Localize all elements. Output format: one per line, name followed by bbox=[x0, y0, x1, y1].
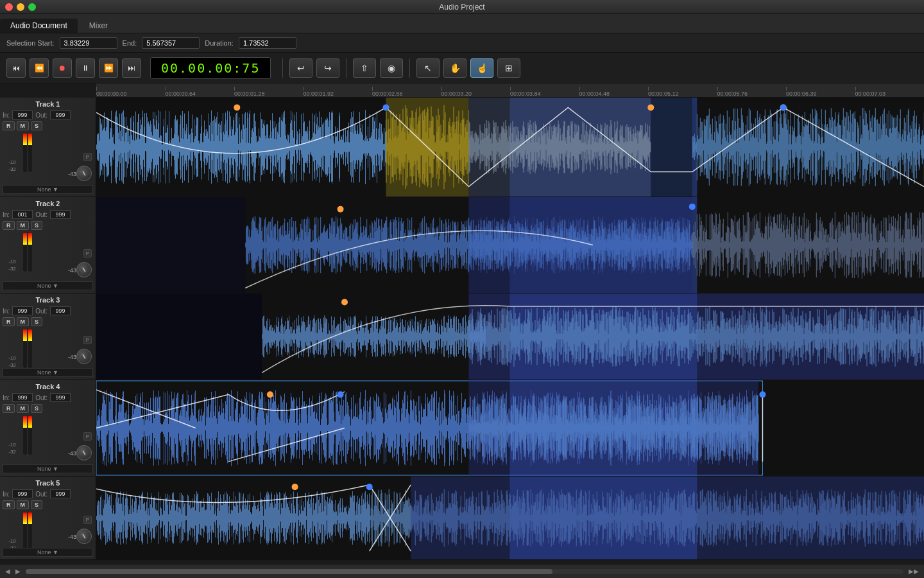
undo-button[interactable]: ↩ bbox=[289, 58, 312, 78]
track-1-plugin[interactable]: None ▼ bbox=[3, 185, 93, 194]
track-5-out[interactable]: 999 bbox=[50, 489, 71, 498]
ruler-mark-10: 00:00:06.39 bbox=[786, 87, 817, 97]
track-3-in[interactable]: 999 bbox=[12, 306, 33, 315]
track-3-mute-btn[interactable]: M bbox=[17, 317, 30, 326]
track-5-volume-knob[interactable] bbox=[76, 529, 92, 544]
selection-end-input[interactable] bbox=[142, 37, 200, 49]
track-2-controls: Track 2 In: 001 Out: 999 R M S -10 -32 bbox=[0, 197, 96, 293]
track-3-solo-btn[interactable]: S bbox=[31, 317, 42, 326]
track-row-3: Track 3 In: 999 Out: 999 R M S -10 -32 bbox=[0, 293, 924, 380]
track-4-meter-left bbox=[23, 416, 27, 455]
fast-forward-button[interactable]: ⏩ bbox=[99, 58, 118, 78]
grid-tool-button[interactable]: ⊞ bbox=[497, 58, 520, 78]
track-4-mute-btn[interactable]: M bbox=[17, 404, 30, 413]
track-4-waveform[interactable] bbox=[96, 380, 924, 476]
ruler-mark-1: 00:00:00.64 bbox=[166, 87, 196, 97]
rewind-start-button[interactable]: ⏮ bbox=[6, 58, 26, 78]
selection-duration-input[interactable] bbox=[239, 37, 296, 49]
track-5-solo-btn[interactable]: S bbox=[31, 500, 42, 509]
record-button[interactable]: ⏺ bbox=[53, 58, 72, 78]
track-1-waveform[interactable] bbox=[96, 98, 924, 197]
track-1-in[interactable]: 999 bbox=[12, 110, 33, 119]
track-5-controls: Track 5 In: 999 Out: 999 R M S -10 -32 bbox=[0, 477, 96, 559]
track-4-name: Track 4 bbox=[3, 383, 93, 390]
track-4-solo-btn[interactable]: S bbox=[31, 404, 42, 413]
track-3-buttons: R M S bbox=[3, 317, 93, 326]
track-5-waveform[interactable] bbox=[96, 477, 924, 559]
track-3-out[interactable]: 999 bbox=[50, 306, 71, 315]
track-4-out[interactable]: 999 bbox=[50, 393, 71, 402]
grab-tool-button[interactable]: ☝ bbox=[470, 58, 493, 78]
rewind-button[interactable]: ⏪ bbox=[30, 58, 49, 78]
track-1-pan-label: P bbox=[83, 153, 92, 161]
fast-forward-end-button[interactable]: ⏭ bbox=[122, 58, 141, 78]
selection-start-input[interactable] bbox=[60, 37, 117, 49]
track-1-record-btn[interactable]: R bbox=[3, 121, 15, 130]
pause-button[interactable]: ⏸ bbox=[76, 58, 95, 78]
track-3-waveform[interactable] bbox=[96, 293, 924, 380]
hand-tool-button[interactable]: ✋ bbox=[443, 58, 466, 78]
horizontal-scrollbar[interactable] bbox=[26, 569, 903, 574]
track-2-buttons: R M S bbox=[3, 221, 93, 230]
track-5-meter-left bbox=[23, 512, 27, 551]
track-1-name: Track 1 bbox=[3, 100, 93, 108]
track-3-plugin[interactable]: None ▼ bbox=[3, 368, 93, 377]
track-4-pan-label: P bbox=[83, 432, 92, 441]
track-4-record-btn[interactable]: R bbox=[3, 404, 15, 413]
track-4-canvas bbox=[96, 380, 924, 476]
separator-2 bbox=[346, 58, 346, 78]
track-2-mute-btn[interactable]: M bbox=[17, 221, 30, 230]
track-1-buttons: R M S bbox=[3, 121, 93, 130]
scroll-left-button[interactable]: ◀ bbox=[5, 568, 10, 575]
track-5-mute-btn[interactable]: M bbox=[17, 500, 30, 509]
track-1-solo-btn[interactable]: S bbox=[31, 121, 42, 130]
track-3-volume-label: -43 bbox=[68, 354, 76, 360]
track-4-in[interactable]: 999 bbox=[12, 393, 33, 402]
track-2-canvas bbox=[96, 197, 924, 293]
maximize-button[interactable] bbox=[28, 3, 36, 11]
track-4-plugin[interactable]: None ▼ bbox=[3, 464, 93, 473]
track-1-out[interactable]: 999 bbox=[50, 110, 71, 119]
redo-button[interactable]: ↪ bbox=[316, 58, 339, 78]
track-2-record-btn[interactable]: R bbox=[3, 221, 15, 230]
selection-duration-label: Duration: bbox=[205, 39, 234, 47]
track-5-record-btn[interactable]: R bbox=[3, 500, 15, 509]
ruler-mark-11: 00:00:07.03 bbox=[855, 87, 886, 97]
track-5-volume-label: -43 bbox=[68, 534, 76, 540]
track-1-canvas bbox=[96, 98, 924, 197]
track-3-name: Track 3 bbox=[3, 296, 93, 304]
track-5-in[interactable]: 999 bbox=[12, 489, 33, 498]
monitor-button[interactable]: ◉ bbox=[380, 58, 403, 78]
track-3-controls: Track 3 In: 999 Out: 999 R M S -10 -32 bbox=[0, 293, 96, 380]
scroll-right-button[interactable]: ▶ bbox=[15, 568, 21, 575]
track-2-volume-knob[interactable] bbox=[76, 262, 92, 277]
tab-audio-document[interactable]: Audio Document bbox=[0, 19, 78, 33]
track-row-2: Track 2 In: 001 Out: 999 R M S -10 -32 bbox=[0, 197, 924, 293]
close-button[interactable] bbox=[5, 3, 13, 11]
track-5-plugin[interactable]: None ▼ bbox=[3, 548, 93, 557]
tracks-container: Track 1 In: 999 Out: 999 R M S -10 -32 bbox=[0, 98, 924, 560]
track-4-volume-knob[interactable] bbox=[76, 445, 92, 460]
ruler-mark-5: 00:00:03.20 bbox=[441, 87, 472, 97]
minimize-button[interactable] bbox=[17, 3, 24, 11]
scroll-end-button[interactable]: ▶▶ bbox=[909, 568, 919, 575]
track-3-canvas bbox=[96, 293, 924, 380]
track-3-record-btn[interactable]: R bbox=[3, 317, 15, 326]
track-3-meter-right bbox=[28, 329, 32, 368]
export-button[interactable]: ⇧ bbox=[353, 58, 376, 78]
track-2-solo-btn[interactable]: S bbox=[31, 221, 42, 230]
track-5-canvas bbox=[96, 477, 924, 559]
track-2-waveform[interactable] bbox=[96, 197, 924, 293]
track-2-plugin[interactable]: None ▼ bbox=[3, 281, 93, 290]
ruler-mark-8: 00:00:05.12 bbox=[648, 87, 679, 97]
ruler-mark-4: 00:00:02.56 bbox=[372, 87, 403, 97]
track-2-out[interactable]: 999 bbox=[50, 210, 71, 219]
ruler-mark-6: 00:00:03.84 bbox=[510, 87, 541, 97]
select-tool-button[interactable]: ↖ bbox=[416, 58, 440, 78]
selection-end-label: End: bbox=[123, 39, 137, 47]
track-3-volume-knob[interactable] bbox=[76, 349, 92, 364]
tab-mixer[interactable]: Mixer bbox=[79, 19, 118, 33]
track-2-in[interactable]: 001 bbox=[12, 210, 33, 219]
track-1-mute-btn[interactable]: M bbox=[17, 121, 30, 130]
track-1-volume-knob[interactable] bbox=[76, 166, 92, 181]
